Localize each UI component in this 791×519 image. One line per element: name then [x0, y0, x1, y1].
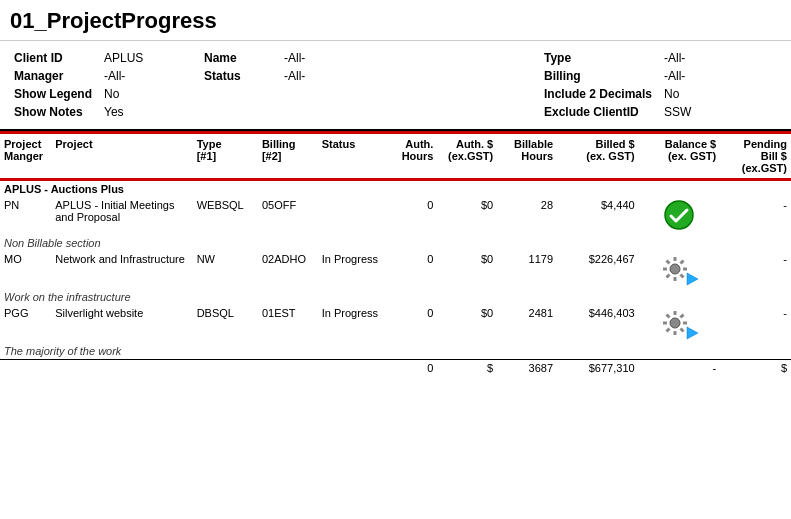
cell-pm: MO — [0, 251, 51, 289]
svg-line-8 — [680, 261, 683, 264]
manager-value: -All- — [104, 69, 125, 83]
col-auth-hours: Auth.Hours — [383, 133, 437, 180]
cell-billing: 05OFF — [258, 197, 318, 235]
group-label: APLUS - Auctions Plus — [0, 180, 791, 198]
cell-pending-bill: - — [720, 197, 791, 235]
play-icon — [684, 325, 700, 341]
cell-billing: 01EST — [258, 305, 318, 343]
cell-status: In Progress — [318, 305, 383, 343]
totals-row: 0 $ 3687 $677,310 - $ — [0, 360, 791, 377]
totals-billed-dollars: $677,310 — [557, 360, 639, 377]
filter-section: Client ID APLUS Name -All- Type -All- Ma… — [0, 41, 791, 131]
cell-auth-hours: 0 — [383, 197, 437, 235]
col-type: Type[#1] — [193, 133, 258, 180]
totals-balance: - — [639, 360, 721, 377]
data-table: ProjectManger Project Type[#1] Billing[#… — [0, 131, 791, 376]
cell-auth-dollars: $0 — [437, 251, 497, 289]
svg-line-18 — [680, 315, 683, 318]
manager-label: Manager — [14, 69, 63, 83]
include-decimals-value: No — [664, 87, 679, 101]
name-value: -All- — [284, 51, 305, 65]
table-header-row: ProjectManger Project Type[#1] Billing[#… — [0, 133, 791, 180]
cell-pm: PGG — [0, 305, 51, 343]
col-status: Status — [318, 133, 383, 180]
note-text: The majority of the work — [0, 343, 791, 360]
col-billable-hours: BillableHours — [497, 133, 557, 180]
col-balance-dollars: Balance $(ex. GST) — [639, 133, 721, 180]
cell-billing: 02ADHO — [258, 251, 318, 289]
table-row: PGG Silverlight website DBSQL 01EST In P… — [0, 305, 791, 343]
totals-pending: $ — [720, 360, 791, 377]
type-value: -All- — [664, 51, 685, 65]
client-id-label: Client ID — [14, 51, 63, 65]
group-header-row: APLUS - Auctions Plus — [0, 180, 791, 198]
cell-status: In Progress — [318, 251, 383, 289]
cell-billable-hours: 2481 — [497, 305, 557, 343]
cell-auth-dollars: $0 — [437, 197, 497, 235]
cell-type: NW — [193, 251, 258, 289]
svg-marker-10 — [687, 273, 698, 285]
col-project: Project — [51, 133, 192, 180]
note-row: Work on the infrastructure — [0, 289, 791, 305]
cell-project: Network and Infrastructure — [51, 251, 192, 289]
cell-billable-hours: 28 — [497, 197, 557, 235]
check-icon — [663, 199, 695, 231]
show-notes-value: Yes — [104, 105, 124, 119]
col-auth-dollars: Auth. $(ex.GST) — [437, 133, 497, 180]
cell-pm: PN — [0, 197, 51, 235]
title-bar: 01_ProjectProgress — [0, 0, 791, 41]
col-pending-bill: PendingBill $(ex.GST) — [720, 133, 791, 180]
status-value: -All- — [284, 69, 305, 83]
svg-line-9 — [666, 275, 669, 278]
show-legend-value: No — [104, 87, 119, 101]
cell-pending-bill: - — [720, 305, 791, 343]
cell-billed-dollars: $226,467 — [557, 251, 639, 289]
note-row: Non Billable section — [0, 235, 791, 251]
show-legend-label: Show Legend — [14, 87, 92, 101]
cell-project: APLUS - Initial Meetings and Proposal — [51, 197, 192, 235]
svg-point-0 — [665, 201, 693, 229]
svg-marker-20 — [687, 327, 698, 339]
cell-type: WEBSQL — [193, 197, 258, 235]
totals-auth-hours: 0 — [383, 360, 437, 377]
svg-point-11 — [670, 318, 680, 328]
cell-billable-hours: 1179 — [497, 251, 557, 289]
note-row: The majority of the work — [0, 343, 791, 360]
client-id-value: APLUS — [104, 51, 143, 65]
icon-cell — [639, 197, 721, 235]
cell-auth-dollars: $0 — [437, 305, 497, 343]
svg-line-16 — [666, 315, 669, 318]
svg-line-6 — [666, 261, 669, 264]
cell-status — [318, 197, 383, 235]
icon-cell — [639, 305, 721, 343]
col-project-manager: ProjectManger — [0, 133, 51, 180]
svg-line-17 — [680, 329, 683, 332]
exclude-client-value: SSW — [664, 105, 691, 119]
table-row: MO Network and Infrastructure NW 02ADHO … — [0, 251, 791, 289]
totals-auth-dollars: $ — [437, 360, 497, 377]
col-billed-dollars: Billed $(ex. GST) — [557, 133, 639, 180]
status-label: Status — [204, 69, 241, 83]
cell-type: DBSQL — [193, 305, 258, 343]
cell-project: Silverlight website — [51, 305, 192, 343]
icon-cell — [639, 251, 721, 289]
filters-table: Client ID APLUS Name -All- Type -All- Ma… — [10, 49, 781, 121]
include-decimals-label: Include 2 Decimals — [544, 87, 652, 101]
page: 01_ProjectProgress Client ID APLUS Name … — [0, 0, 791, 376]
billing-label: Billing — [544, 69, 581, 83]
note-text: Non Billable section — [0, 235, 791, 251]
type-label: Type — [544, 51, 571, 65]
cell-auth-hours: 0 — [383, 251, 437, 289]
col-billing: Billing[#2] — [258, 133, 318, 180]
name-label: Name — [204, 51, 237, 65]
billing-value: -All- — [664, 69, 685, 83]
cell-pending-bill: - — [720, 251, 791, 289]
exclude-client-label: Exclude ClientID — [544, 105, 639, 119]
svg-point-1 — [670, 264, 680, 274]
cell-billed-dollars: $446,403 — [557, 305, 639, 343]
totals-billable-hours: 3687 — [497, 360, 557, 377]
cell-auth-hours: 0 — [383, 305, 437, 343]
show-notes-label: Show Notes — [14, 105, 83, 119]
svg-line-19 — [666, 329, 669, 332]
table-row: PN APLUS - Initial Meetings and Proposal… — [0, 197, 791, 235]
